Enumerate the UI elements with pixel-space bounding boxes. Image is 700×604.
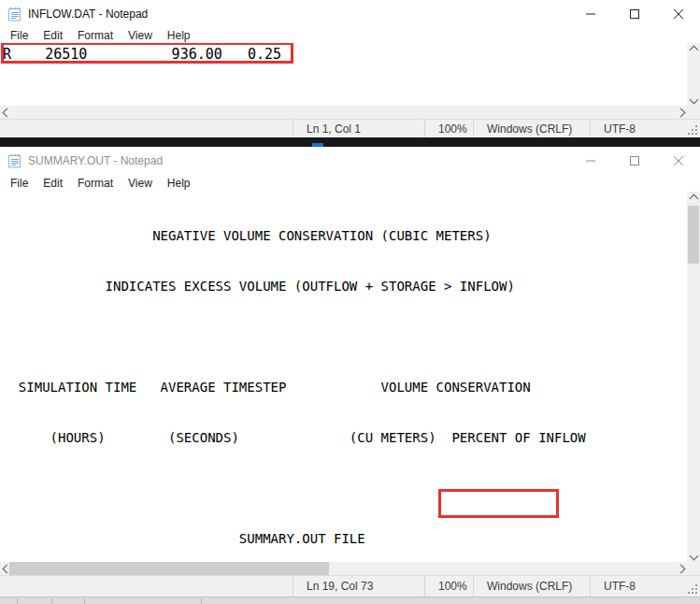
doc-line — [3, 480, 687, 496]
line-ending: Windows (CRLF) — [473, 120, 590, 137]
menu-help[interactable]: Help — [160, 177, 198, 190]
data-line: R 26510 936.00 0.25 — [3, 45, 687, 64]
doc-line: SUMMARY.OUT FILE — [3, 530, 687, 547]
zoom-level: 100% — [424, 120, 473, 137]
scroll-right-icon[interactable] — [674, 562, 687, 575]
encoding: UTF-8 — [590, 576, 688, 597]
scroll-up-icon[interactable] — [687, 192, 700, 205]
title-bar[interactable]: INFLOW.DAT - Notepad — [0, 0, 700, 28]
desktop: { "colors": { "highlight_red": "#e63232"… — [0, 0, 700, 604]
close-button[interactable] — [656, 147, 700, 175]
window-title: SUMMARY.OUT - Notepad — [28, 154, 163, 167]
horizontal-scrollbar[interactable] — [0, 562, 687, 575]
resize-grip[interactable] — [688, 584, 690, 586]
doc-line: NEGATIVE VOLUME CONSERVATION (CUBIC METE… — [3, 227, 687, 244]
scroll-up-icon[interactable] — [687, 43, 700, 56]
vertical-scrollbar[interactable] — [687, 43, 700, 106]
menu-view[interactable]: View — [121, 29, 160, 42]
resize-grip[interactable] — [688, 125, 690, 127]
doc-line: (HOURS) (SECONDS) (CU METERS) PERCENT OF… — [3, 429, 687, 446]
menu-format[interactable]: Format — [70, 29, 121, 42]
taskbar-strip — [0, 137, 700, 147]
status-spacer — [0, 576, 293, 597]
menu-file[interactable]: File — [3, 29, 36, 42]
line-ending: Windows (CRLF) — [473, 576, 590, 597]
cursor-position: Ln 19, Col 73 — [293, 576, 424, 597]
text-editor-area[interactable]: NEGATIVE VOLUME CONSERVATION (CUBIC METE… — [0, 192, 687, 562]
scroll-down-icon[interactable] — [687, 549, 700, 562]
background-window-edge — [0, 597, 700, 604]
status-spacer — [0, 120, 293, 137]
doc-line — [3, 328, 687, 345]
minimize-button[interactable] — [568, 147, 612, 175]
maximize-button[interactable] — [612, 0, 656, 28]
doc-line: SIMULATION TIME AVERAGE TIMESTEP VOLUME … — [3, 379, 687, 395]
title-bar[interactable]: SUMMARY.OUT - Notepad — [0, 147, 700, 175]
menu-format[interactable]: Format — [70, 177, 121, 190]
notepad-window-inflow: INFLOW.DAT - Notepad File Edit Format Vi… — [0, 0, 700, 137]
notepad-icon — [7, 153, 22, 168]
scroll-right-icon[interactable] — [674, 106, 687, 119]
notepad-window-summary: SUMMARY.OUT - Notepad File Edit Format V… — [0, 147, 700, 597]
menu-edit[interactable]: Edit — [36, 177, 70, 190]
minimize-button[interactable] — [568, 0, 612, 28]
scroll-left-icon[interactable] — [0, 106, 13, 119]
menu-edit[interactable]: Edit — [36, 29, 70, 42]
menu-file[interactable]: File — [3, 177, 36, 190]
encoding: UTF-8 — [590, 120, 688, 137]
scrollbar-corner — [687, 562, 700, 575]
text-editor-area[interactable]: R 26510 936.00 0.25 — [0, 43, 687, 106]
horizontal-scroll-thumb[interactable] — [9, 562, 329, 575]
menu-bar: File Edit Format View Help — [0, 28, 700, 43]
status-bar: Ln 1, Col 1 100% Windows (CRLF) UTF-8 — [0, 119, 700, 137]
status-bar: Ln 19, Col 73 100% Windows (CRLF) UTF-8 — [0, 575, 700, 597]
close-button[interactable] — [656, 0, 700, 28]
menu-view[interactable]: View — [121, 177, 160, 190]
notepad-icon — [7, 7, 22, 22]
window-title: INFLOW.DAT - Notepad — [28, 7, 148, 21]
maximize-button[interactable] — [612, 147, 656, 175]
vertical-scroll-thumb[interactable] — [688, 206, 699, 264]
zoom-level: 100% — [424, 576, 473, 597]
cursor-position: Ln 1, Col 1 — [293, 120, 424, 137]
scroll-down-icon[interactable] — [687, 93, 700, 106]
doc-line: INDICATES EXCESS VOLUME (OUTFLOW + STORA… — [3, 278, 687, 295]
menu-bar: File Edit Format View Help — [0, 175, 700, 192]
vertical-scrollbar[interactable] — [687, 192, 700, 562]
scrollbar-corner — [687, 106, 700, 119]
menu-help[interactable]: Help — [160, 29, 198, 42]
horizontal-scrollbar[interactable] — [0, 106, 687, 119]
